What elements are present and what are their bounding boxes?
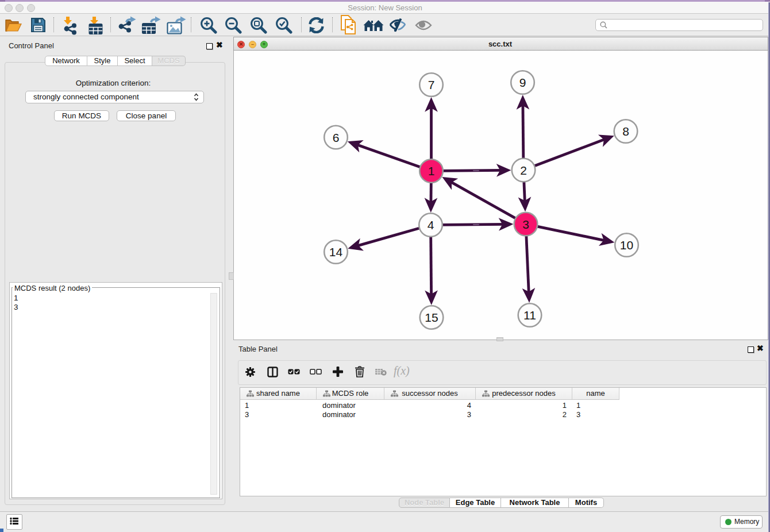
svg-text:3: 3 (522, 218, 529, 231)
svg-text:14: 14 (329, 245, 343, 259)
svg-text:2: 2 (520, 164, 527, 177)
svg-text:10: 10 (620, 238, 633, 252)
svg-text:4: 4 (428, 218, 434, 232)
svg-text:7: 7 (428, 78, 435, 91)
svg-text:8: 8 (622, 125, 629, 138)
svg-text:11: 11 (523, 309, 536, 322)
svg-text:15: 15 (425, 311, 438, 324)
svg-text:9: 9 (519, 76, 526, 89)
svg-text:1: 1 (428, 164, 435, 178)
svg-text:6: 6 (333, 131, 340, 144)
